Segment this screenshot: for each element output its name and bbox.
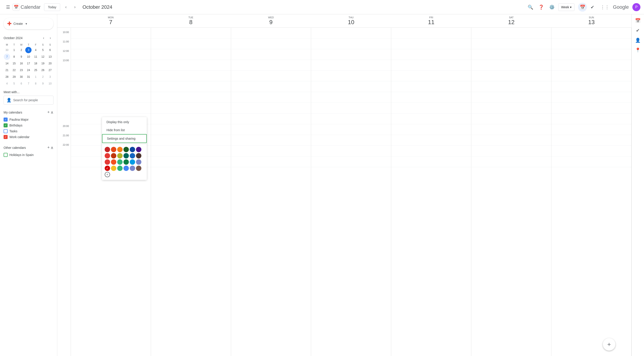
cell-wed-11[interactable] [231,38,311,49]
cell-tue-20[interactable] [151,135,231,146]
swatch-sage-3[interactable] [117,159,122,165]
add-color-button[interactable]: + [105,172,110,177]
cell-mon-13[interactable] [71,60,151,71]
cell-wed-20[interactable] [231,135,311,146]
apps-button[interactable]: ⋮⋮ [600,3,609,12]
chevron-expand-icon[interactable]: ∧ [50,145,54,150]
mini-day-17[interactable]: 17 [25,60,32,67]
mini-day-7[interactable]: 7 [4,54,10,60]
swatch-blueberry-2[interactable] [124,166,129,171]
search-people-button[interactable]: 👤 Search for people [4,96,54,105]
cell-thu-12[interactable] [311,49,391,60]
cell-wed-19[interactable] [231,124,311,135]
cell-sat-12[interactable] [471,49,551,60]
cell-mon-14[interactable] [71,71,151,81]
cell-fri-21[interactable] [391,146,471,156]
cell-thu-16[interactable] [311,92,391,103]
cell-sun-17[interactable] [552,103,631,113]
mini-day-8[interactable]: 8 [11,54,17,60]
right-maps-icon[interactable]: 📍 [634,45,642,54]
cell-tue-18[interactable] [151,113,231,124]
cell-wed-18[interactable] [231,113,311,124]
mini-day-18[interactable]: 18 [33,60,39,67]
mini-day-16[interactable]: 16 [18,60,24,67]
cell-fri-19[interactable] [391,124,471,135]
swatch-graphite[interactable] [136,153,141,158]
display-this-only-item[interactable]: Display this only [102,118,147,126]
cell-sun-20[interactable] [552,135,631,146]
calendar-item-tasks[interactable]: Tasks [0,128,57,134]
mini-day-30[interactable]: 30 [18,74,24,80]
mini-day-7-nov[interactable]: 7 [25,80,32,87]
cell-thu-13[interactable] [311,60,391,71]
swatch-basil[interactable] [124,159,129,165]
cell-fri-17[interactable] [391,103,471,113]
cell-fri-14[interactable] [391,71,471,81]
mini-day-11[interactable]: 11 [33,54,39,60]
swatch-peacock-3[interactable] [130,159,135,165]
swatch-flamingo-3[interactable] [111,159,116,165]
cell-thu-20[interactable] [311,135,391,146]
cell-wed-12[interactable] [231,49,311,60]
cell-sat-14[interactable] [471,71,551,81]
mini-day-15[interactable]: 15 [11,60,17,67]
calendar-item-holidays[interactable]: Holidays in Spain [0,152,57,158]
cell-thu-14[interactable] [311,71,391,81]
cell-sun-22[interactable] [552,156,631,167]
cell-wed-17[interactable] [231,103,311,113]
cell-sun-16[interactable] [552,92,631,103]
mini-day-21[interactable]: 21 [4,67,10,73]
calendar-checkbox-birthdays[interactable]: ✓ [4,123,8,127]
mini-day-10-nov[interactable]: 10 [47,80,53,87]
cell-sat-13[interactable] [471,60,551,71]
cell-sun-18[interactable] [552,113,631,124]
cell-sat-22[interactable] [471,156,551,167]
cell-tue-13[interactable] [151,60,231,71]
cell-thu-17[interactable] [311,103,391,113]
cell-mon-11[interactable] [71,38,151,49]
mini-day-14[interactable]: 14 [4,60,10,67]
cell-thu-22[interactable] [311,156,391,167]
calendar-item-paulina[interactable]: ✓ Paulina Major [0,117,57,122]
mini-cal-next[interactable]: › [47,35,54,41]
cell-sat-16[interactable] [471,92,551,103]
mini-day-27[interactable]: 27 [47,67,53,73]
cell-sat-20[interactable] [471,135,551,146]
settings-sharing-item[interactable]: Settings and sharing [102,135,146,143]
swatch-blueberry[interactable] [136,147,141,152]
cell-mon-15[interactable] [71,81,151,92]
mini-day-9-nov[interactable]: 9 [40,80,46,87]
cell-fri-18[interactable] [391,113,471,124]
swatch-graphite-2[interactable] [136,166,141,171]
mini-day-19[interactable]: 19 [40,60,46,67]
calendar-checkbox-holidays[interactable] [4,153,8,157]
cell-wed-14[interactable] [231,71,311,81]
hamburger-button[interactable]: ☰ [4,3,12,12]
mini-day-6[interactable]: 6 [47,47,53,53]
add-calendar-icon[interactable]: + [47,110,50,115]
calendar-item-work[interactable]: ✓ Work calendar [0,134,57,140]
create-button[interactable]: ✚ Create ▾ [4,18,54,29]
cell-sun-11[interactable] [552,38,631,49]
mini-day-22[interactable]: 22 [11,67,17,73]
avatar[interactable]: P [632,3,640,11]
right-calendar-icon[interactable]: 📅 [634,16,642,25]
calendar-checkbox-work[interactable]: ✓ [4,135,8,139]
cell-tue-10[interactable] [151,28,231,38]
cell-sun-13[interactable] [552,60,631,71]
next-button[interactable]: › [71,3,79,11]
swatch-tangerine[interactable] [117,147,122,152]
mini-day-8-nov[interactable]: 8 [33,80,39,87]
cell-wed-16[interactable] [231,92,311,103]
swatch-peacock-2[interactable] [130,153,135,158]
mini-cal-prev[interactable]: ‹ [40,35,47,41]
swatch-tomato-4[interactable] [105,166,110,171]
fab-add-button[interactable]: + [603,338,615,351]
add-other-calendar-icon[interactable]: + [47,145,50,150]
prev-button[interactable]: ‹ [62,3,70,11]
cell-fri-16[interactable] [391,92,471,103]
tasks-view-button[interactable]: ✔ [588,3,597,12]
mini-day-30-sep[interactable]: 30 [4,47,10,53]
mini-day-1[interactable]: 1 [11,47,17,53]
swatch-banana-2[interactable] [111,166,116,171]
